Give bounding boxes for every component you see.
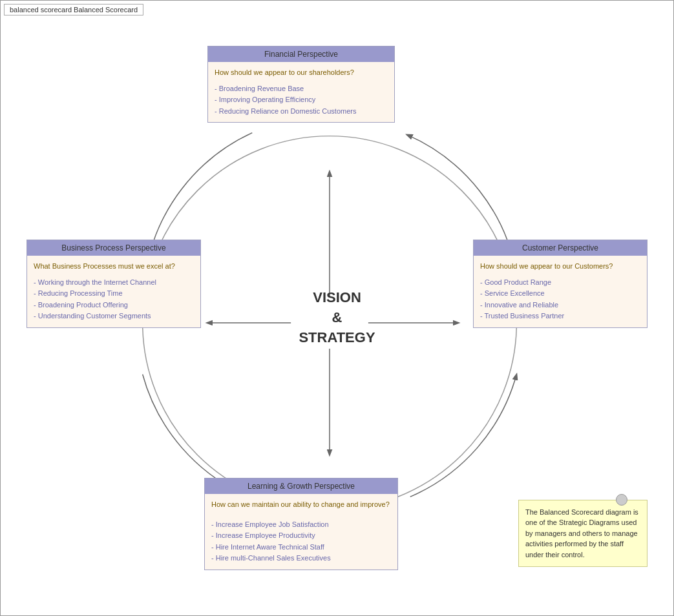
vision-line3: STRATEGY (299, 327, 375, 347)
tooltip-handle (616, 494, 627, 506)
financial-item-3: - Reducing Reliance on Domestic Customer… (215, 106, 388, 118)
customer-item-3: - Innovative and Reliable (480, 300, 640, 311)
customer-question: How should we appear to our Customers? (480, 261, 640, 272)
tooltip-box: The Balanced Scorecard diagram is one of… (518, 500, 648, 568)
financial-question: How should we appear to our shareholders… (215, 67, 388, 78)
business-item-2: - Reducing Processing Time (34, 288, 194, 300)
financial-item-1: - Broadening Revenue Base (215, 83, 388, 95)
customer-item-2: - Service Excellence (480, 288, 640, 300)
title-bar: balanced scorecard Balanced Scorecard (4, 4, 143, 15)
learning-question: How can we maintain our ability to chang… (211, 499, 391, 510)
financial-item-2: - Improving Operating Efficiency (215, 94, 388, 106)
vision-line2: & (299, 308, 375, 328)
learning-item-4: - Hire multi-Channel Sales Executives (211, 553, 391, 564)
business-card: Business Process Perspective What Busine… (26, 240, 201, 328)
customer-item-4: - Trusted Business Partner (480, 311, 640, 322)
tooltip-text: The Balanced Scorecard diagram is one of… (525, 508, 638, 559)
title-text: balanced scorecard Balanced Scorecard (10, 6, 138, 14)
customer-header: Customer Perspective (474, 240, 647, 256)
learning-item-3: - Hire Internet Aware Technical Staff (211, 542, 391, 553)
business-header: Business Process Perspective (27, 240, 200, 256)
financial-header: Financial Perspective (208, 46, 394, 62)
business-item-1: - Working through the Internet Channel (34, 277, 194, 289)
learning-item-1: - Increase Employee Job Satisfaction (211, 519, 391, 531)
financial-card: Financial Perspective How should we appe… (207, 46, 395, 123)
vision-line1: VISION (299, 288, 375, 308)
customer-item-1: - Good Product Range (480, 277, 640, 289)
diagram-area: Financial Perspective How should we appe… (7, 26, 667, 609)
financial-body: How should we appear to our shareholders… (208, 62, 394, 122)
learning-body: How can we maintain our ability to chang… (205, 494, 397, 570)
business-item-3: - Broadening Product Offering (34, 300, 194, 311)
main-container: balanced scorecard Balanced Scorecard (0, 0, 674, 616)
vision-strategy: VISION & STRATEGY (299, 288, 375, 347)
business-question: What Business Processes must we excel at… (34, 261, 194, 272)
customer-body: How should we appear to our Customers? -… (474, 256, 647, 327)
customer-card: Customer Perspective How should we appea… (473, 240, 648, 328)
learning-header: Learning & Growth Perspective (205, 478, 397, 494)
learning-item-2: - Increase Employee Productivity (211, 530, 391, 542)
business-item-4: - Understanding Customer Segments (34, 311, 194, 322)
learning-card: Learning & Growth Perspective How can we… (204, 478, 398, 570)
business-body: What Business Processes must we excel at… (27, 256, 200, 327)
